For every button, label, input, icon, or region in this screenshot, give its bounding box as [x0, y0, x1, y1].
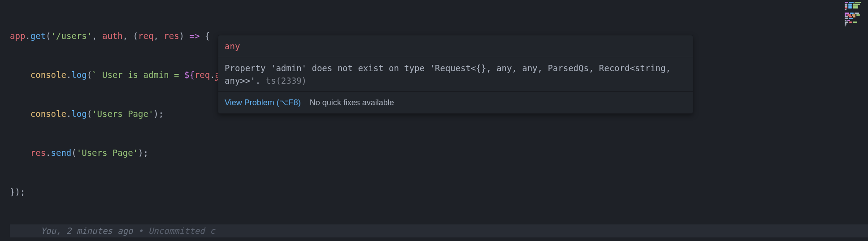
hover-type-label: any — [225, 41, 240, 51]
hover-tooltip[interactable]: any Property 'admin' does not exist on t… — [218, 35, 693, 114]
blame-author: You, 2 minutes ago — [41, 226, 133, 236]
no-quick-fix-label: No quick fixes available — [310, 96, 394, 109]
blame-message: Uncommitted c — [148, 226, 215, 236]
code-line[interactable]: }); — [10, 185, 868, 198]
hover-error-code: ts(2339) — [266, 76, 307, 86]
identifier: app — [10, 31, 25, 41]
hover-actions: View Problem (⌥F8) No quick fixes availa… — [218, 92, 693, 113]
git-blame-line: You, 2 minutes ago • Uncommitted c — [10, 224, 868, 237]
minimap[interactable] — [843, 0, 868, 40]
view-problem-link[interactable]: View Problem (⌥F8) — [225, 96, 301, 109]
hover-message-section: Property 'admin' does not exist on type … — [218, 57, 693, 92]
hover-type-section: any — [218, 35, 693, 57]
code-line[interactable]: res.send('Users Page'); — [10, 146, 868, 159]
string-literal: '/users' — [51, 31, 92, 41]
method-name: get — [30, 31, 46, 41]
